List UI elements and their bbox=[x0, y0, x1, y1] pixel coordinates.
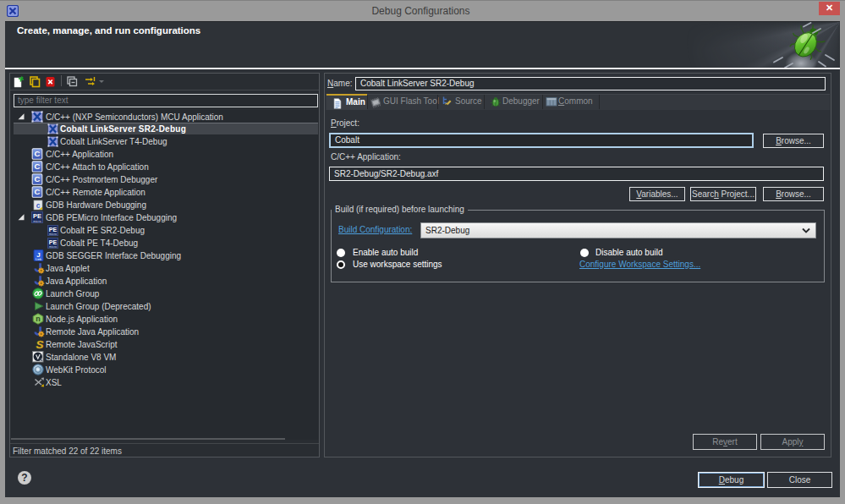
svg-text:c: c bbox=[36, 201, 41, 210]
svg-text:micro: micro bbox=[49, 233, 57, 236]
svg-text:PE: PE bbox=[49, 239, 58, 245]
svg-text:C: C bbox=[35, 162, 41, 171]
svg-text:Link: Link bbox=[36, 258, 41, 261]
svg-text:n: n bbox=[36, 315, 41, 323]
svg-text:PE: PE bbox=[49, 227, 58, 233]
svg-text:S: S bbox=[36, 338, 43, 350]
svg-text:micro: micro bbox=[33, 220, 41, 223]
svg-text:micro: micro bbox=[49, 245, 57, 249]
svg-text:C: C bbox=[35, 174, 41, 184]
svg-text:C: C bbox=[35, 187, 41, 196]
svg-text:C: C bbox=[35, 149, 41, 158]
